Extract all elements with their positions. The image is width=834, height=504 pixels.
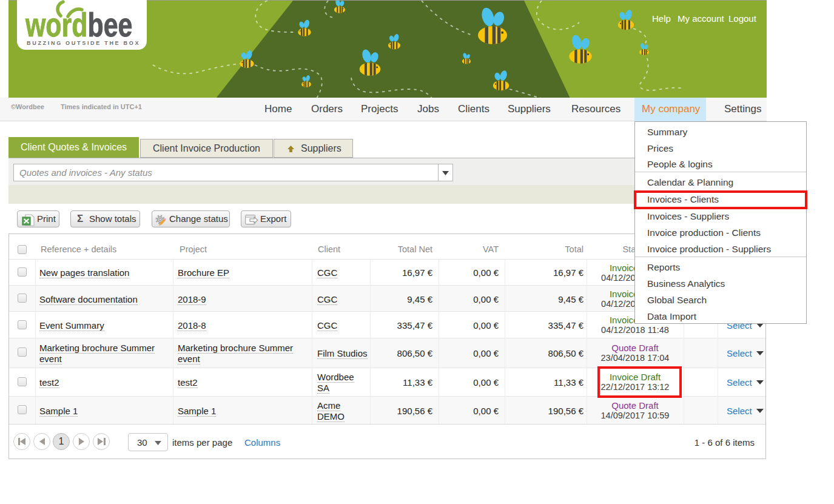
svg-text:BUZZING OUTSIDE THE BOX: BUZZING OUTSIDE THE BOX bbox=[27, 40, 140, 46]
svg-text:wordbee: wordbee bbox=[25, 6, 132, 43]
